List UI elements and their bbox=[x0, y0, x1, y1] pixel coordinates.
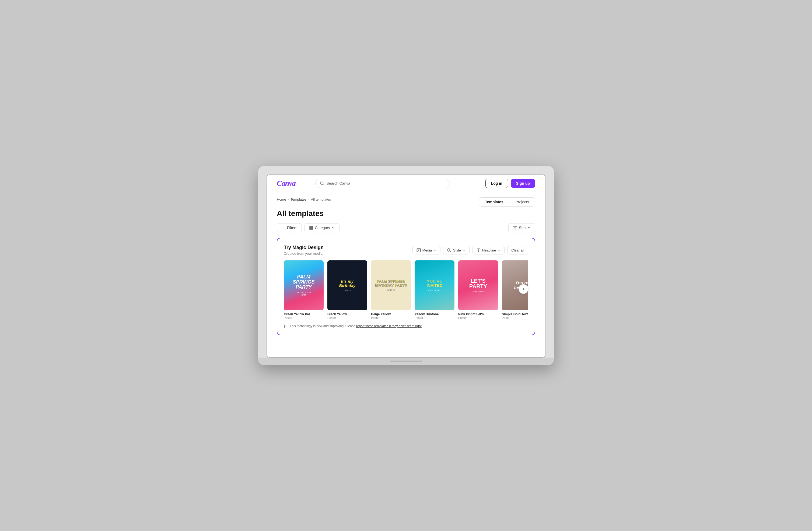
search-icon bbox=[320, 181, 324, 186]
breadcrumb-home[interactable]: Home bbox=[277, 197, 286, 201]
breadcrumb-sep-1: › bbox=[288, 197, 289, 201]
laptop-base bbox=[258, 358, 554, 365]
svg-line-1 bbox=[323, 184, 324, 185]
headline-icon bbox=[476, 248, 481, 252]
magic-controls: Media Style bbox=[412, 246, 528, 255]
breadcrumb-templates[interactable]: Templates bbox=[290, 197, 306, 201]
login-button[interactable]: Log in bbox=[485, 179, 508, 188]
template-grid: PALMSPRINGSPARTY SATURDAY 268PM Green Ye… bbox=[284, 260, 528, 319]
tab-templates[interactable]: Templates bbox=[479, 198, 509, 206]
filters-icon bbox=[281, 226, 285, 230]
magic-subtitle: Created from your media bbox=[284, 252, 324, 256]
template-thumbnail[interactable]: PALM SPRINGS BIRTHDAY PARTY JUNE 26 bbox=[371, 260, 411, 310]
headline-button[interactable]: Headline bbox=[472, 246, 505, 255]
template-name: Beige Yellow... bbox=[371, 312, 411, 316]
breadcrumb-sep-2: › bbox=[308, 197, 309, 201]
magic-header: Try Magic Design Created from your media… bbox=[284, 245, 528, 256]
list-item: LET'SPARTY JUNE 26 8PM Pink Bright Let's… bbox=[458, 260, 498, 319]
template-thumbnail[interactable]: It's myBirthday JUNE 26 bbox=[328, 260, 367, 310]
style-button[interactable]: Style bbox=[443, 246, 469, 255]
template-type: Poster bbox=[502, 316, 528, 319]
signup-button[interactable]: Sign up bbox=[511, 179, 535, 188]
disclaimer-text: This technology is new and improving. Pl… bbox=[290, 324, 423, 328]
list-item: It's myBirthday JUNE 26 Black Yellow... … bbox=[328, 260, 367, 319]
template-name: Pink Bright Let's... bbox=[458, 312, 498, 316]
clear-all-button[interactable]: Clear all bbox=[507, 246, 528, 255]
disclaimer: This technology is new and improving. Pl… bbox=[284, 324, 528, 328]
svg-rect-8 bbox=[311, 228, 313, 229]
tab-group: Templates Projects bbox=[479, 197, 535, 206]
canva-logo: Canva bbox=[277, 179, 295, 188]
style-label: Style bbox=[453, 248, 461, 252]
list-item: PALM SPRINGS BIRTHDAY PARTY JUNE 26 Beig… bbox=[371, 260, 411, 319]
sort-chevron-icon bbox=[527, 226, 531, 229]
breadcrumb-current: All templates bbox=[311, 197, 331, 201]
media-label: Media bbox=[422, 248, 432, 252]
style-chevron-icon bbox=[463, 249, 465, 252]
category-icon bbox=[309, 226, 313, 230]
headline-label: Headline bbox=[482, 248, 496, 252]
template-thumbnail[interactable]: LET'SPARTY JUNE 26 8PM bbox=[458, 260, 498, 310]
media-chevron-icon bbox=[433, 249, 436, 252]
filter-bar: Filters Category bbox=[277, 223, 535, 232]
sort-icon bbox=[513, 226, 517, 230]
category-button[interactable]: Category bbox=[304, 223, 339, 232]
template-name: Simple Bold Text... bbox=[502, 312, 528, 316]
sort-label: Sort bbox=[519, 226, 526, 230]
media-icon bbox=[417, 248, 421, 252]
disclaimer-link[interactable]: report these templates if they don't see… bbox=[356, 324, 422, 328]
flag-icon bbox=[284, 325, 288, 328]
chevron-right-icon bbox=[522, 287, 525, 291]
filter-left: Filters Category bbox=[277, 223, 339, 232]
magic-title: Try Magic Design bbox=[284, 245, 324, 250]
header-actions: Log in Sign up bbox=[485, 179, 535, 188]
svg-rect-6 bbox=[311, 226, 313, 227]
svg-rect-5 bbox=[309, 226, 311, 227]
list-item: PALMSPRINGSPARTY SATURDAY 268PM Green Ye… bbox=[284, 260, 324, 319]
template-type: Poster bbox=[284, 316, 324, 319]
magic-design-section: Try Magic Design Created from your media… bbox=[277, 238, 535, 335]
main-content: Home › Templates › All templates Templat… bbox=[267, 192, 545, 345]
tab-projects[interactable]: Projects bbox=[509, 198, 535, 206]
headline-chevron-icon bbox=[497, 249, 501, 252]
media-button[interactable]: Media bbox=[412, 246, 440, 255]
filters-label: Filters bbox=[287, 226, 297, 230]
template-thumbnail[interactable]: YOU'REINVITED JUNE 26 8PM bbox=[415, 260, 454, 310]
svg-point-12 bbox=[418, 249, 418, 250]
page-top: Home › Templates › All templates Templat… bbox=[277, 197, 535, 206]
page-title: All templates bbox=[277, 209, 535, 218]
list-item: YOU'REINVITED JUNE 26 8PM Yellow Duotone… bbox=[415, 260, 454, 319]
template-type: Poster bbox=[415, 316, 454, 319]
search-bar[interactable] bbox=[315, 179, 450, 188]
template-type: Poster bbox=[328, 316, 367, 319]
magic-header-text: Try Magic Design Created from your media bbox=[284, 245, 324, 256]
next-arrow-button[interactable] bbox=[519, 284, 528, 294]
laptop-notch bbox=[390, 361, 422, 362]
search-input[interactable] bbox=[326, 181, 445, 186]
header: Canva Log in Sign up bbox=[267, 175, 545, 192]
style-icon bbox=[447, 248, 451, 252]
template-name: Black Yellow... bbox=[328, 312, 367, 316]
sort-button[interactable]: Sort bbox=[508, 223, 535, 232]
template-type: Poster bbox=[458, 316, 498, 319]
disclaimer-text-end: . bbox=[422, 324, 423, 328]
template-type: Poster bbox=[371, 316, 411, 319]
template-name: Yellow Duotone... bbox=[415, 312, 454, 316]
template-grid-container: PALMSPRINGSPARTY SATURDAY 268PM Green Ye… bbox=[284, 260, 528, 319]
disclaimer-text-before: This technology is new and improving. Pl… bbox=[290, 324, 355, 328]
filters-button[interactable]: Filters bbox=[277, 223, 302, 232]
template-thumbnail[interactable]: PALMSPRINGSPARTY SATURDAY 268PM bbox=[284, 260, 324, 310]
template-name: Green Yellow Pal... bbox=[284, 312, 324, 316]
category-label: Category bbox=[315, 226, 330, 230]
category-chevron-icon bbox=[332, 226, 335, 229]
breadcrumb: Home › Templates › All templates bbox=[277, 197, 331, 201]
svg-rect-7 bbox=[309, 228, 311, 229]
